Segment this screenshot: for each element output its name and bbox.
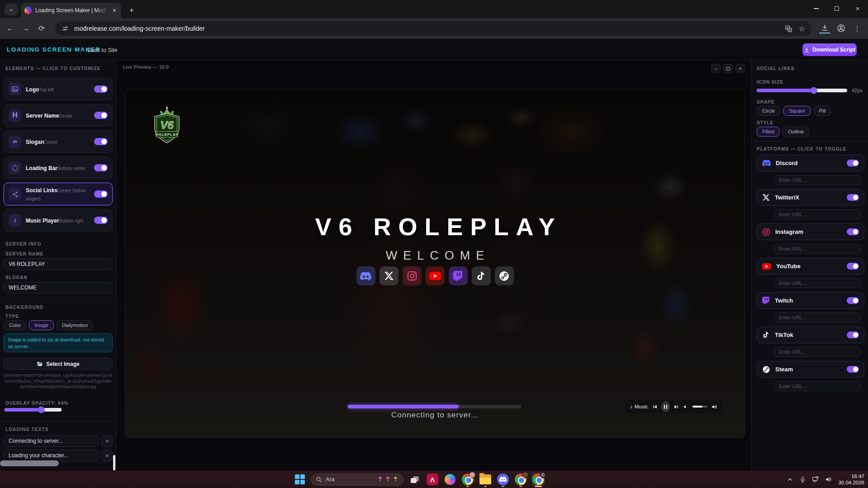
- shape-pill-button[interactable]: Pill: [814, 106, 831, 116]
- pause-button[interactable]: [661, 401, 670, 412]
- type-image-button[interactable]: Image: [29, 320, 54, 330]
- tiktok-toggle[interactable]: [847, 332, 859, 338]
- youtube-toggle[interactable]: [847, 263, 859, 270]
- style-filled-button[interactable]: Filled: [757, 127, 779, 137]
- remove-text-icon[interactable]: ✕: [102, 450, 113, 461]
- slogan-input[interactable]: [4, 282, 113, 294]
- forward-icon[interactable]: →: [20, 23, 31, 34]
- steam-url-input[interactable]: [774, 381, 861, 391]
- browser-tab[interactable]: Loading Screen Maker | ModRel ✕: [21, 3, 121, 18]
- zoom-in-button[interactable]: +: [735, 64, 745, 73]
- menu-icon[interactable]: ⋮: [852, 23, 863, 33]
- instagram-toggle[interactable]: [847, 228, 859, 235]
- profile-icon[interactable]: [835, 23, 846, 33]
- volume-icon[interactable]: [825, 476, 832, 483]
- tray-chevron-up-icon[interactable]: [787, 476, 793, 483]
- discord-app-icon[interactable]: [496, 473, 510, 486]
- site-settings-icon[interactable]: [62, 25, 69, 32]
- bookmark-star-icon[interactable]: ☆: [799, 24, 805, 33]
- taskbar-clock[interactable]: 16:47 30.04.2026: [838, 473, 864, 486]
- maximize-button[interactable]: [826, 0, 847, 17]
- slider-knob[interactable]: [811, 87, 817, 94]
- social-links-toggle[interactable]: [94, 190, 108, 198]
- icon-size-slider[interactable]: [757, 89, 847, 92]
- tab-search-button[interactable]: ⌄: [5, 4, 18, 15]
- back-icon[interactable]: ←: [5, 23, 15, 34]
- app-icon-a[interactable]: Λ: [426, 473, 439, 486]
- steam-toggle[interactable]: [847, 366, 859, 373]
- previous-track-icon[interactable]: [652, 404, 658, 410]
- loading-screen-canvas[interactable]: V6 ROLEPLAY V6 ROLEPLAY WELCOME Connecti…: [125, 90, 745, 437]
- twitter-x-toggle[interactable]: [847, 194, 859, 201]
- close-button[interactable]: ✕: [847, 0, 868, 17]
- select-image-button[interactable]: Select Image: [4, 358, 113, 370]
- copilot-icon[interactable]: [443, 473, 457, 486]
- horizontal-scrollbar[interactable]: [0, 460, 59, 466]
- volume-slider[interactable]: [693, 406, 707, 407]
- element-card-logo[interactable]: LogoTop left: [4, 78, 113, 100]
- element-card-music-player[interactable]: ♪ Music PlayerBottom right: [4, 209, 113, 232]
- platform-card-steam[interactable]: Steam: [757, 361, 864, 378]
- server-name-toggle[interactable]: [94, 112, 108, 119]
- loading-text-row: ✕: [4, 435, 113, 447]
- twitch-url-input[interactable]: [774, 313, 861, 322]
- zoom-out-button[interactable]: −: [711, 64, 721, 73]
- new-tab-button[interactable]: +: [126, 5, 138, 16]
- zoom-fit-button[interactable]: [723, 64, 733, 73]
- slider-knob[interactable]: [38, 407, 44, 413]
- volume-high-icon[interactable]: [711, 403, 718, 410]
- vertical-scrollbar[interactable]: [113, 455, 115, 470]
- back-to-site-link[interactable]: Back to Site: [87, 47, 118, 53]
- tiktok-url-input[interactable]: [774, 347, 861, 357]
- tab-close-icon[interactable]: ✕: [111, 7, 118, 14]
- type-color-button[interactable]: Color: [4, 320, 26, 330]
- platform-card-tiktok[interactable]: TikTok: [757, 327, 864, 343]
- logo-toggle[interactable]: [94, 85, 108, 93]
- platform-card-instagram[interactable]: Instagram: [757, 223, 864, 240]
- style-outline-button[interactable]: Outline: [783, 127, 809, 137]
- instagram-url-input[interactable]: [774, 244, 861, 254]
- loading-text-input-2[interactable]: [4, 450, 99, 461]
- discord-toggle[interactable]: [847, 160, 859, 166]
- address-bar[interactable]: modrelease.com/loading-screen-maker/buil…: [55, 21, 811, 36]
- download-icon: [804, 47, 810, 53]
- twitch-toggle[interactable]: [847, 297, 859, 304]
- task-view-button[interactable]: [408, 473, 422, 486]
- platform-card-twitch[interactable]: Twitch: [757, 292, 864, 309]
- loading-bar-toggle[interactable]: [94, 164, 108, 171]
- network-icon[interactable]: [812, 476, 819, 483]
- twitter-x-url-input[interactable]: [774, 209, 861, 219]
- shape-square-button[interactable]: Square: [783, 106, 810, 116]
- element-card-slogan[interactable]: “ SloganCenter: [4, 130, 113, 153]
- downloads-icon[interactable]: [819, 23, 830, 33]
- element-card-social-links[interactable]: Social LinksCenter (below slogan): [4, 183, 113, 205]
- element-card-server-name[interactable]: H Server NameCenter: [4, 104, 113, 127]
- taskbar-search[interactable]: Ara: [311, 474, 404, 486]
- volume-mute-icon[interactable]: [683, 404, 689, 410]
- download-script-button[interactable]: Download Script: [802, 43, 857, 56]
- translate-icon[interactable]: [785, 25, 792, 33]
- slogan-toggle[interactable]: [94, 138, 108, 145]
- youtube-url-input[interactable]: [774, 278, 861, 288]
- discord-url-input[interactable]: [774, 175, 861, 185]
- shape-circle-button[interactable]: Circle: [757, 106, 780, 116]
- chrome-profile-1[interactable]: [461, 473, 474, 486]
- overlay-opacity-slider[interactable]: [5, 408, 62, 412]
- loading-text-input-1[interactable]: [4, 435, 99, 447]
- element-card-loading-bar[interactable]: Loading BarBottom center: [4, 156, 113, 179]
- platform-card-twitter-x[interactable]: Twitter/X: [757, 189, 864, 206]
- file-explorer-icon[interactable]: [479, 473, 492, 486]
- type-dailymotion-button[interactable]: Dailymotion: [57, 320, 93, 330]
- platform-card-youtube[interactable]: YouTube: [757, 258, 864, 275]
- reload-icon[interactable]: ⟳: [36, 23, 47, 34]
- music-player-toggle[interactable]: [94, 217, 108, 224]
- server-name-input[interactable]: [4, 258, 113, 270]
- minimize-button[interactable]: [806, 0, 826, 17]
- chrome-profile-2[interactable]: [514, 473, 527, 486]
- microphone-icon[interactable]: [799, 476, 806, 483]
- next-track-icon[interactable]: [674, 404, 679, 410]
- remove-text-icon[interactable]: ✕: [102, 435, 113, 447]
- chrome-profile-3-active[interactable]: [531, 473, 545, 486]
- platform-card-discord[interactable]: Discord: [757, 155, 864, 171]
- start-button[interactable]: [293, 473, 307, 486]
